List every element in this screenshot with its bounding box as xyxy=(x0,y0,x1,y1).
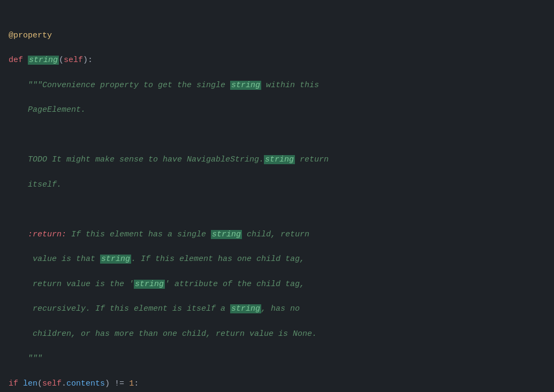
line-return-doc-3: return value is the 'string' attribute o… xyxy=(0,278,554,290)
docstring-text-1: """Convenience property to get the singl… xyxy=(28,81,230,90)
line-empty-1 xyxy=(0,129,554,141)
line-return-doc-1: :return: If this element has a single st… xyxy=(0,228,554,241)
string-highlight-4: string xyxy=(134,280,165,289)
string-highlight-1: string xyxy=(230,81,261,90)
line-empty-2 xyxy=(0,203,554,216)
code-block: @property def string(self): """Convenien… xyxy=(0,0,554,392)
line-decorator: @property xyxy=(0,29,554,42)
func-name-highlight: string xyxy=(28,56,59,65)
line-if-len: if len(self.contents) != 1: xyxy=(0,378,554,390)
line-docstring-end: """ xyxy=(0,352,554,365)
line-docstring-1: """Convenience property to get the singl… xyxy=(0,79,554,91)
return-ref: :return: xyxy=(28,230,66,239)
todo-text-1: TODO It might make sense to have Navigab… xyxy=(28,155,264,164)
string-highlight-5: string xyxy=(230,304,261,313)
string-highlight-2: string xyxy=(211,230,242,239)
todo-text-2: itself. xyxy=(28,180,62,189)
line-return-doc-4: recursively. If this element is itself a… xyxy=(0,303,554,315)
docstring-text-2: PageElement. xyxy=(28,105,86,114)
string-highlight-todo: string xyxy=(264,155,295,164)
line-return-doc-2: value is that string. If this element ha… xyxy=(0,253,554,265)
line-docstring-2: PageElement. xyxy=(0,104,554,116)
return-doc-5: children, or has more than one child, re… xyxy=(33,329,317,339)
line-def: def string(self): xyxy=(0,54,554,66)
decorator-text: @property xyxy=(9,31,52,40)
return-doc-1: If this element has a single xyxy=(66,230,211,239)
line-todo-1: TODO It might make sense to have Navigab… xyxy=(0,153,554,166)
line-return-doc-5: children, or has more than one child, re… xyxy=(0,328,554,340)
return-doc-4: recursively. If this element is itself a xyxy=(33,304,230,313)
string-highlight-3: string xyxy=(100,255,131,264)
line-todo-2: itself. xyxy=(0,179,554,191)
return-doc-3: return value is the ' xyxy=(33,280,134,289)
return-doc-2: value is that xyxy=(33,255,100,264)
def-keyword: def xyxy=(9,56,28,65)
docstring-end: """ xyxy=(28,354,42,363)
if-keyword-1: if xyxy=(9,379,23,388)
len-builtin: len xyxy=(23,379,37,388)
